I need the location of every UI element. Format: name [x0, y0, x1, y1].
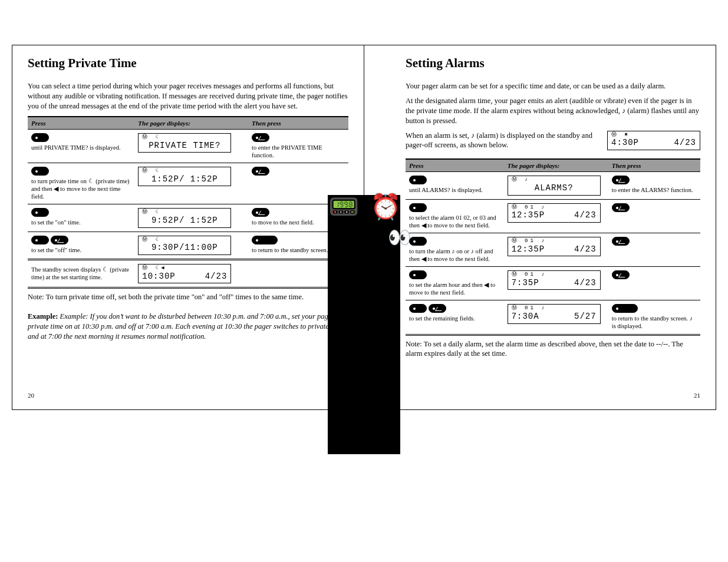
press-text: until PRIVATE TIME? is displayed.	[31, 144, 131, 151]
menu-button-icon	[409, 203, 427, 212]
standby-row: The standby screen displays ☾ (private t…	[28, 259, 348, 287]
lead-right-1: Your pager alarm can be set for a specif…	[406, 81, 700, 91]
step-row: to select the alarm 01 02, or 03 and the…	[406, 199, 700, 233]
lcd-screen: Ⓜ ☾ PRIVATE TIME?	[138, 133, 231, 153]
lcd-icons: Ⓜ ☾	[142, 237, 227, 243]
step-row: to turn private time on ☾ (private time)…	[28, 163, 348, 204]
lcd-time: 12:35P	[512, 245, 545, 254]
press-text: to set the "off" time.	[31, 246, 131, 254]
read-button-icon	[252, 208, 269, 217]
next-text: to enter the ALARMS? function.	[612, 186, 697, 194]
exit-button-icon	[612, 304, 638, 313]
press-text: to set the alarm hour and then ◀ to move…	[409, 281, 500, 296]
pager-clipart-icon: 📟	[328, 194, 359, 219]
read-button-icon	[612, 203, 630, 212]
lcd-main: ALARMS?	[512, 184, 597, 193]
lcd-icons: Ⓜ ☾	[142, 135, 227, 141]
lcd-date: 4/23	[574, 211, 597, 220]
standby-text: The standby screen displays ☾ (private t…	[31, 266, 131, 281]
example-left: Example: Example: If you don’t want to b…	[28, 312, 348, 342]
lcd-icons: Ⓜ ✖	[611, 133, 696, 138]
menu-button-icon	[409, 237, 427, 246]
lcd-main: 9:30P/11:00P	[142, 243, 227, 252]
read-button-icon	[252, 167, 269, 176]
lcd-main: 1:52P/ 1:52P	[142, 175, 227, 184]
read-button-icon	[612, 237, 630, 246]
lcd-screen: Ⓜ ☾◀ 10:30P 4/23	[138, 264, 231, 283]
lcd-standby-example: Ⓜ ✖ 4:30P 4/23	[607, 131, 700, 150]
lcd-main: 9:52P/ 1:52P	[142, 216, 227, 225]
menu-button-icon	[31, 236, 49, 244]
lcd-icons: Ⓜ 01 ♪	[512, 205, 597, 211]
lcd-screen: Ⓜ ♪ ALARMS?	[508, 176, 601, 195]
read-button-icon	[612, 270, 630, 279]
lcd-time: 7:35P	[512, 279, 539, 287]
lcd-time: 4:30P	[611, 138, 639, 147]
page-right: ⏰ 👀 Setting Alarms Your pager alarm can …	[364, 45, 716, 409]
read-button-icon	[252, 133, 269, 142]
hdr-next: Then press	[248, 117, 348, 130]
page-number-left: 20	[28, 392, 34, 399]
page-number-right: 21	[694, 392, 700, 399]
step-row: to turn the alarm ♪ on or ♪ off and then…	[406, 233, 700, 266]
lcd-time: 10:30P	[142, 272, 175, 281]
note-right: Note: To set a daily alarm, set the alar…	[406, 339, 700, 359]
step-row: to set the "off" time. Ⓜ ☾ 9:30P/11:00P …	[28, 232, 348, 259]
lcd-screen: Ⓜ 01 ♪ 12:35P 4/23	[508, 203, 601, 223]
eyes-clipart-icon: 👀	[388, 228, 411, 247]
hdr-lcd: The pager displays:	[504, 159, 608, 172]
lcd-screen: Ⓜ 01 ♪ 7:35P 4/23	[508, 270, 601, 290]
lcd-main: PRIVATE TIME?	[142, 141, 227, 150]
press-text: until ALARMS? is displayed.	[409, 186, 500, 194]
alarm-clock-clipart-icon: ⏰	[370, 194, 401, 219]
thumb-tab-left	[328, 195, 364, 454]
lcd-date: 4/23	[674, 138, 696, 147]
lcd-date: 4/23	[574, 279, 597, 287]
note-left: Note: To turn private time off, set both…	[28, 292, 348, 302]
section-title-right: Setting Alarms	[406, 56, 700, 71]
menu-button-icon	[31, 133, 49, 142]
menu-button-icon	[31, 167, 49, 176]
menu-button-icon	[409, 176, 427, 184]
example-text: Example: If you don’t want to be disturb…	[28, 312, 343, 340]
section-title-left: Setting Private Time	[28, 56, 348, 71]
lcd-screen: Ⓜ ☾ 1:52P/ 1:52P	[138, 167, 231, 186]
menu-button-icon	[409, 270, 427, 279]
press-text: to select the alarm 01 02, or 03 and the…	[409, 214, 500, 229]
lcd-icons: Ⓜ ☾	[142, 210, 227, 216]
step-row: to set the remaining fields. Ⓜ 01 ♪ 7:30…	[406, 300, 700, 335]
hdr-press: Press	[406, 159, 504, 172]
manual-spread: 📟 Setting Private Time You can select a …	[12, 45, 716, 410]
step-row: until ALARMS? is displayed. Ⓜ ♪ ALARMS? …	[406, 172, 700, 199]
lcd-screen: Ⓜ 01 ♪ 12:35P 4/23	[508, 237, 601, 256]
lcd-screen: Ⓜ ☾ 9:30P/11:00P	[138, 236, 231, 255]
lcd-icons: Ⓜ 01 ♪	[512, 272, 597, 278]
hdr-next: Then press	[608, 159, 700, 172]
next-text: to return to the standby screen. ♪ is di…	[612, 315, 697, 330]
lead-left: You can select a time period during whic…	[28, 81, 348, 111]
lcd-screen: Ⓜ ☾ 9:52P/ 1:52P	[138, 208, 231, 227]
lcd-icons: Ⓜ 01 ♪	[512, 306, 597, 312]
exit-button-icon	[252, 236, 278, 244]
steps-table-right: Press The pager displays: Then press unt…	[406, 158, 700, 335]
lcd-icons: Ⓜ 01 ♪	[512, 239, 597, 244]
bell-icon: ♪	[471, 131, 475, 140]
lead-right-2: At the designated alarm time, your pager…	[406, 96, 700, 126]
press-text: to set the remaining fields.	[409, 315, 500, 322]
read-button-icon	[51, 236, 68, 244]
press-text: to set the "on" time.	[31, 219, 131, 226]
step-row: to set the "on" time. Ⓜ ☾ 9:52P/ 1:52P t…	[28, 204, 348, 232]
lcd-date: 4/23	[205, 272, 228, 281]
hdr-press: Press	[28, 117, 134, 130]
bell-icon: ♪	[622, 107, 625, 115]
lcd-date: 5/27	[574, 312, 597, 321]
lcd-screen: Ⓜ 01 ♪ 7:30A 5/27	[508, 304, 601, 323]
menu-button-icon	[31, 208, 49, 217]
press-text: to turn the alarm ♪ on or ♪ off and then…	[409, 247, 500, 263]
hdr-lcd: The pager displays:	[134, 117, 248, 130]
lcd-date: 4/23	[574, 245, 597, 254]
lcd-time: 7:30A	[512, 312, 539, 321]
menu-button-icon	[409, 304, 427, 313]
steps-table-left: Press The pager displays: Then press unt…	[28, 116, 348, 289]
next-text: to enter the PRIVATE TIME function.	[252, 144, 345, 159]
